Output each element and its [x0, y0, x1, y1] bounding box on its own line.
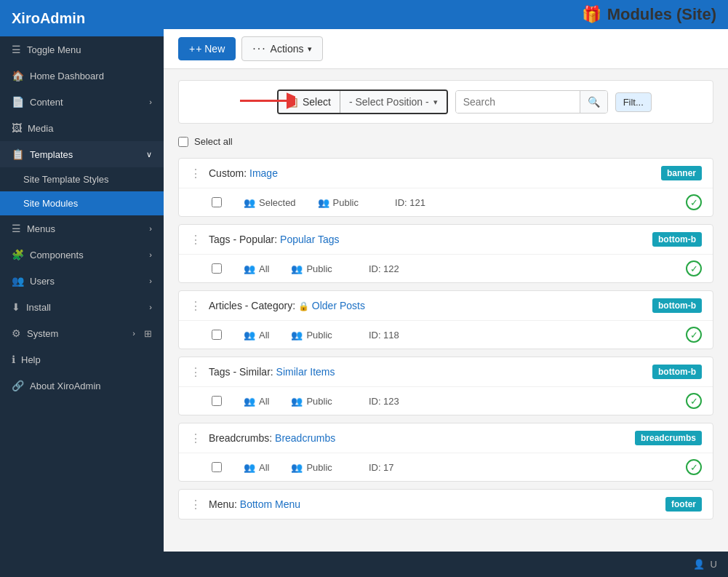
status-enabled-icon[interactable]: ✓ — [686, 459, 702, 475]
access-info: 👥 All — [244, 396, 269, 407]
access-icon: 👥 — [244, 197, 255, 208]
module-checkbox[interactable] — [212, 263, 222, 274]
sidebar-item-toggle-menu[interactable]: ☰ Toggle Menu — [0, 36, 164, 63]
chevron-right-icon: › — [149, 276, 152, 285]
module-checkbox[interactable] — [212, 197, 222, 207]
sidebar-item-label: Menus — [27, 223, 55, 234]
status-enabled-icon[interactable]: ✓ — [686, 194, 702, 210]
sidebar-item-home-dashboard[interactable]: 🏠 Home Dashboard — [0, 63, 164, 89]
filter-bar: 📋 Select - Select Position - ▾ 🔍 — [178, 80, 713, 124]
select-all-label[interactable]: Select all — [194, 136, 233, 147]
chevron-right-icon: › — [149, 250, 152, 259]
id-info: ID: 118 — [369, 330, 399, 341]
sidebar-item-install[interactable]: ⬇ Install › — [0, 294, 164, 320]
filter-label: Filt... — [623, 97, 644, 108]
sidebar-item-help[interactable]: ℹ Help — [0, 346, 164, 373]
id-info: ID: 121 — [395, 197, 425, 208]
module-checkbox[interactable] — [212, 330, 222, 340]
visibility-icon: 👥 — [291, 462, 303, 473]
new-button-label: + New — [196, 43, 225, 55]
module-title: Tags - Similar: Similar Items — [209, 366, 645, 378]
access-icon: 👥 — [244, 462, 255, 473]
visibility-icon: 👥 — [291, 396, 303, 407]
module-link[interactable]: Image — [249, 167, 278, 179]
select-position-dropdown[interactable]: 📋 Select - Select Position - ▾ — [277, 89, 448, 114]
drag-handle-icon[interactable]: ⋮ — [190, 167, 201, 180]
search-input[interactable] — [456, 91, 580, 113]
module-link[interactable]: Popular Tags — [280, 234, 339, 245]
chevron-right-icon: › — [132, 329, 135, 338]
sidebar-sub-item-site-modules[interactable]: Site Modules — [0, 191, 164, 215]
drag-handle-icon[interactable]: ⋮ — [190, 498, 201, 512]
access-info: 👥 All — [244, 330, 269, 341]
drag-handle-icon[interactable]: ⋮ — [190, 365, 201, 379]
user-icon: 👤 — [693, 559, 705, 570]
id-info: ID: 123 — [369, 396, 399, 407]
access-info: 👥 All — [244, 462, 269, 473]
sidebar-item-about[interactable]: 🔗 About XiroAdmin — [0, 373, 164, 399]
actions-button-label: Actions — [271, 43, 304, 55]
sidebar-item-system[interactable]: ⚙ System › ⊞ — [0, 320, 164, 346]
id-info: ID: 17 — [369, 462, 394, 473]
sidebar-sub-label: Site Modules — [23, 198, 78, 209]
visibility-label: Public — [306, 462, 332, 473]
module-title: Articles - Category: 🔒 Older Posts — [209, 300, 645, 311]
sidebar-item-content[interactable]: 📄 Content › — [0, 89, 164, 115]
content-icon: 📄 — [12, 96, 24, 108]
drag-handle-icon[interactable]: ⋮ — [190, 299, 201, 313]
module-link[interactable]: Similar Items — [276, 366, 335, 378]
bottom-bar: 👤 U — [164, 552, 728, 577]
users-icon: 👥 — [12, 275, 24, 287]
search-icon: 🔍 — [588, 96, 600, 108]
module-checkbox[interactable] — [212, 396, 222, 406]
system-icon: ⚙ — [12, 327, 21, 339]
module-link[interactable]: Bottom Menu — [240, 498, 300, 510]
plus-icon: + — [189, 43, 195, 55]
access-icon: 👥 — [244, 330, 255, 341]
drag-handle-icon[interactable]: ⋮ — [190, 233, 201, 247]
visibility-icon: 👥 — [291, 330, 303, 341]
module-checkbox[interactable] — [212, 462, 222, 472]
sidebar-item-components[interactable]: 🧩 Components › — [0, 242, 164, 268]
status-enabled-icon[interactable]: ✓ — [686, 260, 702, 276]
module-badge: bottom-b — [652, 365, 702, 379]
access-label: Selected — [259, 197, 296, 208]
module-card-header: ⋮ Articles - Category: 🔒 Older Posts bot… — [179, 291, 713, 320]
status-enabled-icon[interactable]: ✓ — [686, 327, 702, 343]
search-button[interactable]: 🔍 — [580, 91, 607, 113]
module-link[interactable]: Breadcrumbs — [275, 432, 335, 444]
module-prefix: Tags - Popular: — [209, 234, 280, 245]
toolbar-area: + + New ··· Actions ▾ — [164, 29, 728, 69]
status-enabled-icon[interactable]: ✓ — [686, 393, 702, 409]
sidebar-item-users[interactable]: 👥 Users › — [0, 268, 164, 294]
sidebar-item-media[interactable]: 🖼 Media — [0, 115, 164, 141]
page-title: 🎁 Modules (Site) — [582, 5, 716, 24]
visibility-info: 👥 Public — [291, 263, 332, 274]
actions-button[interactable]: ··· Actions ▾ — [241, 36, 322, 61]
sidebar-item-menus[interactable]: ☰ Menus › — [0, 215, 164, 242]
brand-label: XiroAdmin — [12, 10, 85, 27]
access-label: All — [259, 396, 269, 407]
access-info: 👥 Selected — [244, 197, 296, 208]
new-button[interactable]: + + New — [178, 37, 236, 60]
module-link[interactable]: Older Posts — [312, 300, 365, 311]
select-all-bar: Select all — [178, 132, 713, 151]
module-prefix: Articles - Category: — [209, 300, 298, 311]
chevron-right-icon: › — [149, 303, 152, 311]
sidebar-item-label: System — [27, 328, 58, 339]
install-icon: ⬇ — [12, 301, 20, 313]
visibility-info: 👥 Public — [291, 330, 332, 341]
module-card-body: 👥 All 👥 Public ID: 118 ✓ — [179, 320, 713, 349]
sidebar-sub-item-site-template-styles[interactable]: Site Template Styles — [0, 167, 164, 191]
modules-icon: 🎁 — [582, 5, 601, 24]
drag-handle-icon[interactable]: ⋮ — [190, 431, 201, 445]
module-badge: bottom-b — [652, 232, 702, 247]
sidebar-item-label: Templates — [30, 149, 73, 160]
sidebar-item-templates[interactable]: 📋 Templates ∨ — [0, 141, 164, 167]
module-card-header: ⋮ Tags - Popular: Popular Tags bottom-b — [179, 225, 713, 254]
filter-pill[interactable]: Filt... — [615, 92, 652, 112]
select-all-checkbox[interactable] — [178, 137, 188, 147]
module-prefix: Breadcrumbs: — [209, 432, 275, 444]
module-card: ⋮ Custom: Image banner 👥 Selected 👥 Publ… — [178, 158, 713, 217]
position-part[interactable]: - Select Position - ▾ — [340, 91, 447, 113]
